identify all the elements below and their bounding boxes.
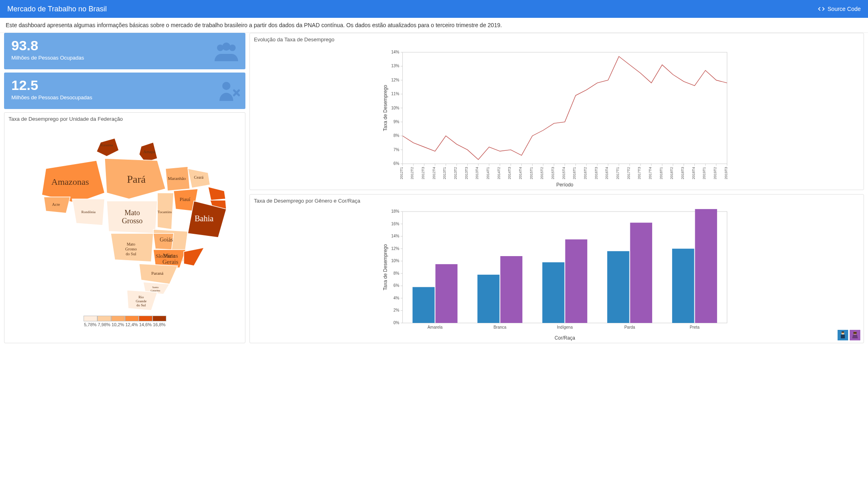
svg-text:2%: 2%	[393, 308, 400, 312]
gender-legend	[838, 330, 860, 340]
kpi-occupied-label: Milhões de Pessoas Ocupadas	[11, 55, 238, 61]
svg-rect-165	[607, 251, 629, 323]
svg-text:Mato: Mato	[125, 209, 140, 217]
svg-text:Preta: Preta	[690, 325, 700, 329]
svg-text:2014T1: 2014T1	[486, 167, 490, 180]
svg-rect-163	[565, 239, 587, 323]
svg-text:2012T1: 2012T1	[400, 167, 404, 180]
svg-text:14%: 14%	[391, 50, 399, 54]
svg-text:Grosso: Grosso	[122, 217, 142, 225]
svg-text:Rio: Rio	[138, 295, 144, 299]
svg-text:12%: 12%	[391, 78, 399, 82]
brazil-map[interactable]: Roraima Amapá Amazonas Pará Acre Rondôni…	[24, 128, 226, 312]
male-icon	[838, 330, 848, 340]
svg-text:6%: 6%	[393, 161, 400, 166]
svg-text:2013T1: 2013T1	[443, 167, 447, 180]
svg-text:2012T3: 2012T3	[421, 167, 425, 180]
svg-rect-169	[695, 209, 717, 323]
people-group-icon	[212, 41, 241, 61]
kpi-occupied: 93.8 Milhões de Pessoas Ocupadas	[4, 33, 245, 69]
svg-text:0%: 0%	[393, 321, 400, 325]
svg-text:Mato: Mato	[127, 242, 135, 246]
svg-text:Amazonas: Amazonas	[51, 177, 89, 187]
line-chart[interactable]: 6%7%8%9%10%11%12%13%14%2012T12012T22012T…	[250, 46, 864, 188]
svg-text:14%: 14%	[391, 234, 399, 238]
code-icon	[818, 6, 825, 12]
svg-text:Goiás: Goiás	[159, 237, 173, 243]
svg-rect-160	[501, 256, 522, 323]
intro-text: Este dashboard apresenta algumas informa…	[0, 18, 868, 33]
svg-text:Piauí: Piauí	[179, 196, 190, 202]
svg-text:Branca: Branca	[494, 325, 507, 329]
svg-text:do Sul: do Sul	[126, 252, 136, 256]
svg-text:13%: 13%	[391, 64, 399, 68]
svg-text:2013T2: 2013T2	[453, 167, 458, 180]
svg-rect-52	[403, 52, 727, 164]
line-chart-box: Evolução da Taxa de Desemprego 6%7%8%9%1…	[249, 33, 864, 190]
source-code-link[interactable]: Source Code	[818, 6, 861, 12]
svg-text:Indígena: Indígena	[557, 325, 573, 329]
map-legend-colors	[84, 316, 166, 321]
svg-marker-4	[97, 138, 119, 156]
svg-text:10%: 10%	[391, 106, 399, 110]
svg-text:Santa: Santa	[152, 286, 159, 289]
svg-text:2013T4: 2013T4	[475, 167, 479, 180]
line-chart-title: Evolução da Taxa de Desemprego	[250, 33, 864, 46]
svg-text:2018T1: 2018T1	[659, 167, 663, 180]
svg-text:2018T4: 2018T4	[692, 167, 696, 180]
kpi-occupied-value: 93.8	[11, 38, 238, 52]
svg-text:Gerais: Gerais	[162, 259, 178, 265]
map-title: Taxa de Desemprego por Unidade da Federa…	[4, 113, 245, 126]
svg-marker-22	[184, 248, 204, 266]
svg-text:Roraima: Roraima	[100, 143, 113, 147]
svg-text:2015T1: 2015T1	[529, 167, 533, 180]
svg-text:2017T3: 2017T3	[637, 167, 641, 180]
svg-text:Cor/Raça: Cor/Raça	[554, 335, 575, 341]
svg-text:2015T4: 2015T4	[562, 167, 566, 180]
kpi-unemployed: 12.5 Milhões de Pessoas Desocupadas	[4, 73, 245, 109]
svg-text:do Sul: do Sul	[136, 303, 146, 307]
svg-text:18%: 18%	[391, 209, 399, 214]
svg-text:Grande: Grande	[135, 299, 146, 303]
bar-chart-title: Taxa de Desemprego por Gênero e Cor/Raça	[250, 195, 864, 207]
svg-rect-168	[672, 249, 694, 323]
svg-rect-159	[477, 275, 499, 323]
svg-rect-166	[630, 223, 652, 323]
svg-text:12%: 12%	[391, 246, 399, 251]
map-box: Taxa de Desemprego por Unidade da Federa…	[4, 112, 245, 343]
svg-text:Amarela: Amarela	[428, 325, 443, 329]
svg-rect-162	[542, 262, 564, 323]
svg-text:2019T2: 2019T2	[713, 167, 717, 180]
svg-text:2017T1: 2017T1	[616, 167, 620, 180]
svg-text:2016T3: 2016T3	[594, 167, 598, 180]
svg-text:Catarina: Catarina	[150, 289, 161, 292]
female-icon	[850, 330, 860, 340]
svg-text:8%: 8%	[393, 271, 400, 276]
svg-text:7%: 7%	[393, 148, 400, 152]
svg-text:2018T2: 2018T2	[670, 167, 674, 180]
svg-text:Rondônia: Rondônia	[81, 210, 95, 214]
svg-text:Taxa de Desemprego: Taxa de Desemprego	[382, 244, 388, 290]
map-legend-labels: 5,78% 7,98% 10,2% 12,4% 14,6% 16,8%	[84, 322, 166, 327]
svg-text:2014T2: 2014T2	[497, 167, 501, 180]
svg-text:2019T3: 2019T3	[724, 167, 728, 180]
bar-chart[interactable]: 0%2%4%6%8%10%12%14%16%18%AmarelaBrancaIn…	[250, 207, 864, 341]
svg-text:2014T4: 2014T4	[518, 167, 522, 180]
svg-text:2012T4: 2012T4	[432, 167, 436, 180]
svg-text:Bahia: Bahia	[194, 214, 213, 223]
svg-text:Acre: Acre	[52, 202, 60, 207]
svg-text:6%: 6%	[393, 283, 400, 288]
app-header: Mercado de Trabalho no Brasil Source Cod…	[0, 0, 868, 18]
svg-text:16%: 16%	[391, 222, 399, 226]
svg-rect-175	[842, 331, 844, 333]
svg-text:11%: 11%	[391, 92, 399, 96]
kpi-unemployed-label: Milhões de Pessoas Desocupadas	[11, 94, 238, 100]
svg-text:2013T3: 2013T3	[464, 167, 468, 180]
svg-text:2014T3: 2014T3	[507, 167, 511, 180]
svg-text:Pará: Pará	[127, 173, 146, 185]
svg-rect-157	[436, 264, 458, 323]
svg-text:2017T2: 2017T2	[627, 167, 631, 180]
svg-point-3	[222, 82, 230, 90]
svg-text:9%: 9%	[393, 120, 400, 124]
person-remove-icon	[216, 81, 241, 101]
